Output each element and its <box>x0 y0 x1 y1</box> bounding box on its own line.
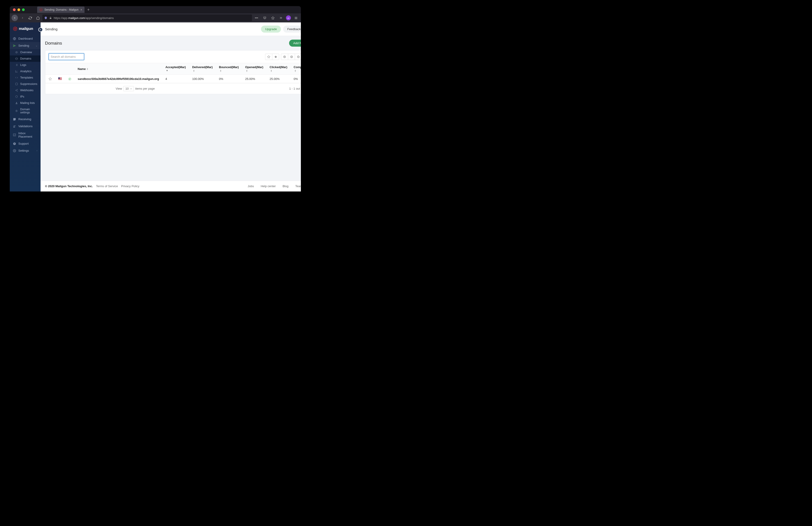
cell-clicked: 25.00% <box>266 75 290 83</box>
status-disabled-filter-button[interactable] <box>295 54 301 60</box>
column-opened[interactable]: Opened(Mar)▲▼ <box>242 63 266 75</box>
column-delivered[interactable]: Delivered(Mar)▲▼ <box>189 63 216 75</box>
nav-label: Dashboard <box>18 37 33 40</box>
mailgun-favicon-icon: @ <box>40 8 43 11</box>
status-filter-group: ? <box>281 54 301 60</box>
sidebar-item-ips[interactable]: IPs <box>10 93 41 100</box>
sidebar-item-receiving[interactable]: Receiving <box>10 116 41 123</box>
sidebar-item-webhooks[interactable]: Webhooks <box>10 87 41 93</box>
gear-icon <box>13 149 16 152</box>
favorite-filter-group <box>265 54 279 60</box>
per-page-select[interactable]: 10 <box>123 86 134 91</box>
footer-privacy-link[interactable]: Privacy Policy <box>121 184 139 188</box>
nav-label: Templates <box>20 76 33 79</box>
sidebar-item-mailing-lists[interactable]: Mailing lists <box>10 100 41 106</box>
svg-point-12 <box>16 102 17 103</box>
browser-forward-button[interactable] <box>19 15 26 21</box>
sidebar-item-suppressions[interactable]: Suppressions <box>10 81 41 87</box>
browser-reload-button[interactable] <box>27 15 33 21</box>
inbox-icon <box>13 118 16 121</box>
svg-point-4 <box>16 27 17 28</box>
nav-label: Validations <box>18 124 33 128</box>
sidebar-item-analytics[interactable]: Analytics <box>10 68 41 74</box>
gear-icon <box>15 109 18 112</box>
url-bar[interactable]: https://app.mailgun.com/app/sending/doma… <box>42 14 252 21</box>
nav-label: IPs <box>20 95 24 98</box>
sidebar-item-dashboard[interactable]: Dashboard <box>10 35 41 42</box>
sidebar-item-domains[interactable]: Domains <box>10 56 41 62</box>
bookmark-star-icon[interactable] <box>270 15 276 21</box>
footer-blog-link[interactable]: Blog <box>282 184 288 188</box>
feedback-button[interactable]: Feedback <box>283 26 301 33</box>
sidebar: mailgun Dashboard Sending ⌄ Overview Dom… <box>10 22 41 192</box>
sort-icon: ▲▼ <box>270 70 272 72</box>
logo[interactable]: mailgun <box>10 22 41 35</box>
search-input[interactable] <box>48 53 84 60</box>
extension-icon[interactable]: ∞ <box>286 15 291 20</box>
window-maximize-button[interactable] <box>22 9 25 11</box>
lock-icon <box>49 16 52 19</box>
status-verified-filter-button[interactable] <box>281 54 288 60</box>
window-minimize-button[interactable] <box>17 9 20 11</box>
sidebar-collapse-button[interactable] <box>38 27 43 32</box>
browser-back-button[interactable] <box>12 15 18 21</box>
sort-icon: ▲▼ <box>246 70 248 72</box>
browser-menu-button[interactable] <box>293 15 299 21</box>
window-close-button[interactable] <box>13 9 16 11</box>
sidebar-item-inbox-placement[interactable]: Inbox Placement <box>10 130 41 140</box>
sidebar-item-settings[interactable]: Settings › <box>10 147 41 154</box>
browser-home-button[interactable] <box>35 15 41 21</box>
footer-team-link[interactable]: Team <box>295 184 301 188</box>
star-outline-filter-button[interactable] <box>265 54 272 60</box>
cell-opened: 25.00% <box>242 75 266 83</box>
sidebar-item-support[interactable]: ? Support <box>10 140 41 147</box>
help-icon: ? <box>13 142 16 145</box>
url-text: https://app.mailgun.com/app/sending/doma… <box>54 16 114 20</box>
column-complained[interactable]: Complained(Mar)▲▼ <box>290 63 301 75</box>
domains-card: ? <box>45 50 301 94</box>
svg-rect-16 <box>13 134 16 136</box>
footer-jobs-link[interactable]: Jobs <box>248 184 254 188</box>
svg-point-19 <box>14 150 15 151</box>
browser-tab[interactable]: @ Sending: Domains - Mailgun × <box>37 6 85 13</box>
column-accepted[interactable]: Accepted(Mar)▼ <box>162 63 189 75</box>
logo-text: mailgun <box>19 27 33 31</box>
svg-point-9 <box>17 89 18 90</box>
sidebar-item-domain-settings[interactable]: Domain settings <box>10 106 41 116</box>
sidebar-item-sending[interactable]: Sending ⌄ <box>10 42 41 49</box>
favorite-toggle[interactable] <box>45 75 55 83</box>
footer-tos-link[interactable]: Terms of Service <box>96 184 118 188</box>
nav-label: Webhooks <box>20 89 33 92</box>
tab-title: Sending: Domains - Mailgun <box>44 8 78 11</box>
nav-label: Logs <box>20 63 26 66</box>
column-clicked[interactable]: Clicked(Mar)▲▼ <box>266 63 290 75</box>
svg-point-3 <box>15 28 15 29</box>
upgrade-button[interactable]: Upgrade <box>261 26 281 33</box>
status-verified-icon: ✓ <box>68 77 71 80</box>
sidebar-item-templates[interactable]: Templates <box>10 74 41 81</box>
sidebar-item-logs[interactable]: Logs <box>10 62 41 68</box>
column-bounced[interactable]: Bounced(Mar)▲▼ <box>216 63 242 75</box>
svg-point-15 <box>15 125 15 126</box>
chart-icon <box>15 70 18 73</box>
nav-label: Domain settings <box>20 108 38 114</box>
sidebar-item-validations[interactable]: Validations <box>10 123 41 130</box>
table-row[interactable]: ✓ sandboxc500a3b8667e42dc89fef559106cda1… <box>45 75 301 83</box>
browser-addressbar: https://app.mailgun.com/app/sending/doma… <box>10 13 301 22</box>
domain-link[interactable]: sandboxc500a3b8667e42dc89fef559106cda10.… <box>78 77 159 80</box>
page-actions-icon[interactable]: ••• <box>253 15 260 21</box>
new-tab-button[interactable]: + <box>87 7 90 12</box>
nav-label: Domains <box>20 57 31 60</box>
add-new-domain-button[interactable]: Add New Domain <box>289 40 301 47</box>
items-label: items per page <box>135 87 155 90</box>
pocket-icon[interactable] <box>261 15 268 21</box>
svg-text:?: ? <box>14 142 15 145</box>
sidebar-item-overview[interactable]: Overview <box>10 49 41 56</box>
column-name[interactable]: Name▲▼ <box>74 63 162 75</box>
footer-help-link[interactable]: Help center <box>261 184 276 188</box>
tab-close-button[interactable]: × <box>81 8 82 12</box>
overflow-chevron-icon[interactable] <box>278 15 284 21</box>
status-unknown-filter-button[interactable]: ? <box>288 54 295 60</box>
star-filled-filter-button[interactable] <box>272 54 279 60</box>
nav-label: Receiving <box>18 118 31 121</box>
